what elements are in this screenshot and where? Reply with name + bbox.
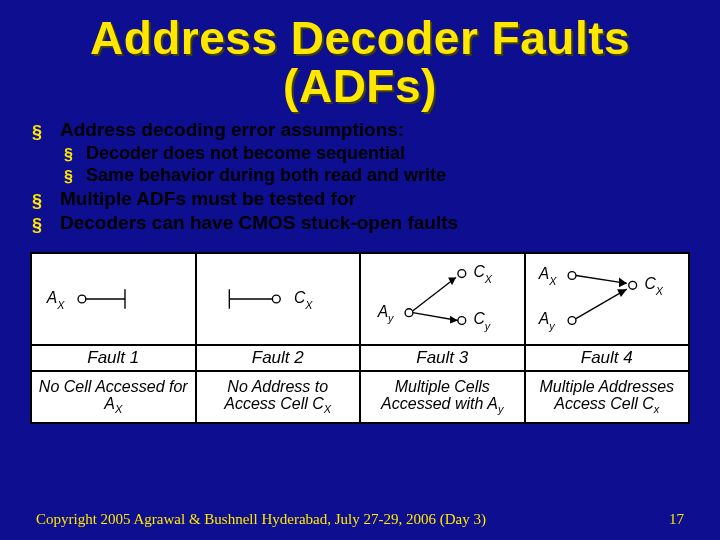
svg-marker-13	[448, 277, 456, 285]
svg-text:Ay: Ay	[537, 310, 554, 332]
svg-point-8	[458, 269, 466, 277]
title-line2: (ADFs)	[283, 60, 437, 112]
svg-point-1	[78, 295, 86, 303]
bullet-0: § Address decoding error assumptions: § …	[60, 119, 680, 186]
fault4-label: Fault 4	[525, 345, 690, 371]
bullet-1: § Multiple ADFs must be tested for	[60, 188, 680, 210]
fault1-desc: No Cell Accessed for AX	[31, 371, 196, 423]
bullet-icon: §	[32, 122, 42, 143]
fault1-diagram: AX	[31, 253, 196, 345]
svg-text:AX: AX	[537, 265, 556, 287]
bullet-icon: §	[64, 146, 73, 164]
bullet-text: Decoder does not become sequential	[86, 143, 405, 163]
svg-line-12	[413, 277, 456, 310]
bullet-0-1: § Same behavior during both read and wri…	[86, 165, 680, 186]
svg-point-16	[458, 316, 466, 324]
fault2-diagram: CX	[196, 253, 361, 345]
page-number: 17	[669, 511, 684, 528]
fault1-label: Fault 1	[31, 345, 196, 371]
svg-text:CX: CX	[644, 275, 663, 297]
svg-point-6	[272, 295, 280, 303]
svg-point-22	[628, 281, 636, 289]
bullet-icon: §	[64, 168, 73, 186]
svg-line-26	[575, 289, 626, 318]
footer: Copyright 2005 Agrawal & Bushnell Hydera…	[0, 511, 720, 528]
fault3-diagram: CX Ay Cy	[360, 253, 525, 345]
title-line1: Address Decoder Faults	[90, 12, 630, 64]
svg-marker-27	[617, 289, 627, 297]
bullet-2: § Decoders can have CMOS stuck-open faul…	[60, 212, 680, 234]
bullet-content: § Address decoding error assumptions: § …	[0, 119, 720, 240]
svg-marker-15	[450, 315, 458, 323]
fault4-desc: Multiple AddressesAccess Cell Cx	[525, 371, 690, 423]
svg-point-25	[568, 316, 576, 324]
bullet-0-0: § Decoder does not become sequential	[86, 143, 680, 164]
footer-copyright: Copyright 2005 Agrawal & Bushnell Hydera…	[36, 511, 486, 528]
fault3-desc: Multiple CellsAccessed with Ay	[360, 371, 525, 423]
svg-text:CX: CX	[474, 263, 493, 285]
fault2-label: Fault 2	[196, 345, 361, 371]
bullet-text: Same behavior during both read and write	[86, 165, 446, 185]
svg-text:Ay: Ay	[377, 302, 394, 324]
bullet-icon: §	[32, 215, 42, 236]
bullet-text: Decoders can have CMOS stuck-open faults	[60, 212, 458, 233]
svg-marker-21	[618, 277, 626, 287]
bullet-icon: §	[32, 191, 42, 212]
svg-text:Cy: Cy	[474, 310, 491, 332]
slide-title: Address Decoder Faults (ADFs)	[0, 0, 720, 119]
fault3-label: Fault 3	[360, 345, 525, 371]
svg-point-11	[405, 308, 413, 316]
bullet-text: Multiple ADFs must be tested for	[60, 188, 356, 209]
fault2-desc: No Address toAccess Cell CX	[196, 371, 361, 423]
svg-text:AX: AX	[46, 289, 65, 311]
fault4-diagram: AX CX Ay	[525, 253, 690, 345]
bullet-text: Address decoding error assumptions:	[60, 119, 404, 140]
svg-point-19	[568, 271, 576, 279]
svg-text:CX: CX	[293, 289, 312, 311]
fault-figure: AX CX CX Ay	[30, 252, 690, 424]
